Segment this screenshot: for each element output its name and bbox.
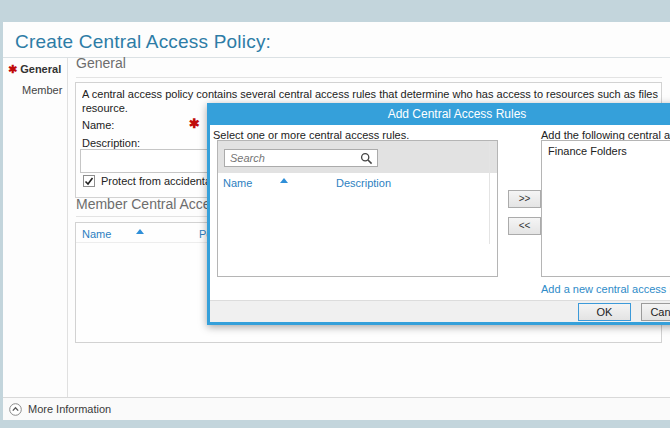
more-information-label: More Information <box>28 403 111 415</box>
required-asterisk-icon: ✱ <box>8 63 17 75</box>
general-description-text-line2: resource. <box>82 102 128 114</box>
selected-rules-listbox[interactable]: Finance Folders <box>541 140 670 277</box>
required-asterisk-icon: ✱ <box>189 116 200 131</box>
sidebar-item-member-label: Member <box>22 84 62 96</box>
move-left-button[interactable]: << <box>508 217 541 235</box>
move-right-button[interactable]: >> <box>508 190 541 208</box>
member-column-header-name[interactable]: Name <box>82 228 111 240</box>
circled-chevron-up-icon <box>9 403 22 416</box>
available-rules-listbox: Name Description <box>217 140 498 277</box>
search-header <box>218 141 497 173</box>
available-rules-list[interactable] <box>218 193 497 276</box>
general-section-heading: General <box>76 55 126 71</box>
protect-checkbox[interactable] <box>83 175 95 187</box>
cancel-button[interactable]: Cancel <box>641 303 670 321</box>
search-input[interactable] <box>224 149 378 167</box>
column-header-description[interactable]: Description <box>336 177 391 189</box>
list-item-finance-folders[interactable]: Finance Folders <box>542 141 670 161</box>
dialog-body: Select one or more central access rules.… <box>210 125 670 300</box>
description-field-label: Description: <box>82 137 140 149</box>
sidebar-item-general-label: General <box>20 63 61 75</box>
ok-button[interactable]: OK <box>578 303 631 321</box>
name-field-label: Name: <box>82 119 114 131</box>
page-title: Create Central Access Policy: <box>15 31 271 53</box>
sort-ascending-icon <box>280 178 288 183</box>
create-central-access-policy-window: Create Central Access Policy: ✱General M… <box>0 0 670 428</box>
more-information-expander[interactable]: More Information <box>3 397 670 420</box>
search-icon[interactable] <box>360 152 373 167</box>
add-new-rule-link[interactable]: Add a new central access rule <box>541 283 670 295</box>
dialog-titlebar[interactable]: Add Central Access Rules <box>210 103 670 125</box>
available-rules-column-headers: Name Description <box>218 173 497 193</box>
general-description-text-line1: A central access policy contains several… <box>82 88 658 100</box>
column-header-name[interactable]: Name <box>223 177 252 189</box>
sort-ascending-icon <box>136 229 144 234</box>
dialog-title: Add Central Access Rules <box>388 107 527 121</box>
sidebar-item-general[interactable]: ✱General <box>8 63 70 76</box>
general-section-rule <box>76 77 662 78</box>
dialog-footer: OK Cancel <box>210 300 670 322</box>
checkmark-icon <box>84 176 94 186</box>
add-central-access-rules-dialog: Add Central Access Rules Select one or m… <box>207 103 670 325</box>
sidebar-separator <box>67 58 68 397</box>
